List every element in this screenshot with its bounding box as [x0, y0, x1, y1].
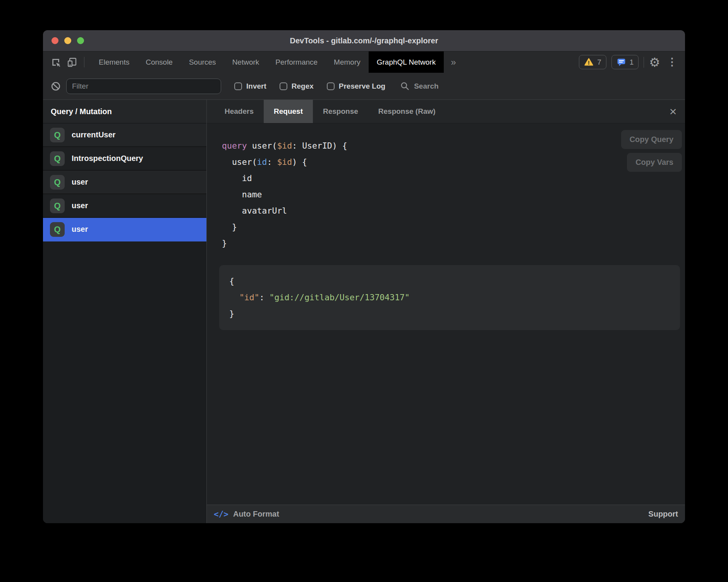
settings-gear-icon[interactable]: ⚙ [649, 56, 660, 68]
query-name-label: user [72, 178, 88, 187]
filter-input[interactable] [66, 79, 221, 94]
window-title: DevTools - gitlab.com/-/graphql-explorer [290, 36, 438, 45]
support-link[interactable]: Support [648, 510, 678, 519]
code-line: } [222, 219, 347, 235]
chevron-double-right-icon: » [451, 57, 456, 68]
code-line: { [229, 273, 670, 289]
desktop-background: DevTools - gitlab.com/-/graphql-explorer [0, 0, 728, 582]
checkbox-label: Regex [292, 82, 314, 91]
query-list: QcurrentUserQIntrospectionQueryQuserQuse… [43, 123, 206, 241]
query-type-badge: Q [50, 175, 65, 190]
inspect-element-icon[interactable] [48, 51, 64, 73]
checkbox-regex[interactable] [280, 82, 287, 90]
detail-tabs: HeadersRequestResponseResponse (Raw) [215, 100, 446, 123]
tab-memory[interactable]: Memory [326, 51, 369, 73]
message-bubble-icon [616, 57, 626, 67]
filter-bar: InvertRegexPreserve Log Search [43, 73, 685, 100]
copy-vars-button[interactable]: Copy Vars [627, 153, 682, 172]
request-detail-panel: HeadersRequestResponseResponse (Raw) × q… [207, 100, 685, 523]
fullscreen-window-button[interactable] [77, 37, 84, 44]
issues-count: 1 [630, 58, 634, 67]
close-window-button[interactable] [52, 37, 58, 44]
issues-badge[interactable]: 1 [611, 55, 639, 69]
window-controls [52, 30, 84, 51]
tab-graphql-network[interactable]: GraphQL Network [369, 51, 444, 73]
minimize-window-button[interactable] [64, 37, 71, 44]
device-toolbar-icon[interactable] [64, 51, 80, 73]
query-name-label: currentUser [72, 130, 115, 139]
checkbox-label: Preserve Log [339, 82, 385, 91]
query-variables-box: { "id": "gid://gitlab/User/13704317"} [219, 265, 680, 330]
search-icon [400, 81, 410, 91]
warning-triangle-icon [584, 57, 594, 67]
copy-query-button[interactable]: Copy Query [621, 130, 682, 149]
query-list-sidebar: Query / Mutation QcurrentUserQIntrospect… [43, 100, 207, 523]
tab-elements[interactable]: Elements [91, 51, 137, 73]
detail-tab-response-raw[interactable]: Response (Raw) [368, 100, 446, 123]
panel-tab-strip: ElementsConsoleSourcesNetworkPerformance… [91, 51, 444, 73]
warnings-count: 7 [597, 58, 601, 67]
checkbox-group-regex[interactable]: Regex [280, 82, 314, 91]
query-list-item-user[interactable]: Quser [43, 171, 206, 194]
detail-tab-response[interactable]: Response [313, 100, 368, 123]
tab-sources[interactable]: Sources [181, 51, 224, 73]
query-type-badge: Q [50, 128, 65, 142]
toolbar-divider [644, 57, 644, 68]
checkbox-invert[interactable] [234, 82, 242, 90]
checkbox-group-invert[interactable]: Invert [234, 82, 266, 91]
filter-checkboxes: InvertRegexPreserve Log [221, 82, 385, 91]
query-list-item-user[interactable]: Quser [43, 194, 206, 218]
content-area: Query / Mutation QcurrentUserQIntrospect… [43, 100, 685, 523]
main-toolbar: ElementsConsoleSourcesNetworkPerformance… [43, 51, 685, 73]
query-list-item-currentuser[interactable]: QcurrentUser [43, 123, 206, 147]
query-variables-code: { "id": "gid://gitlab/User/13704317"} [229, 273, 670, 322]
tab-network[interactable]: Network [224, 51, 268, 73]
warnings-badge[interactable]: 7 [579, 55, 606, 69]
query-type-badge: Q [50, 199, 65, 213]
request-tab-body: query user($id: UserID) { user(id: $id) … [207, 123, 685, 505]
auto-format-button[interactable]: Auto Format [233, 510, 279, 519]
code-line: name [222, 187, 347, 203]
query-type-badge: Q [50, 222, 65, 237]
titlebar: DevTools - gitlab.com/-/graphql-explorer [43, 30, 685, 51]
code-line: avatarUrl [222, 203, 347, 219]
clear-block-icon[interactable] [51, 81, 61, 91]
toolbar-right-controls: 7 1 ⚙ ⋮ [579, 51, 685, 73]
tab-console[interactable]: Console [137, 51, 181, 73]
checkbox-preserve-log[interactable] [327, 82, 335, 90]
query-list-header: Query / Mutation [43, 100, 206, 123]
more-panels-button[interactable]: » [444, 51, 463, 73]
code-line: "id": "gid://gitlab/User/13704317" [229, 289, 670, 306]
query-name-label: user [72, 201, 88, 210]
graphql-query-code: query user($id: UserID) { user(id: $id) … [222, 138, 347, 252]
checkbox-group-preserve-log[interactable]: Preserve Log [327, 82, 385, 91]
query-list-item-introspectionquery[interactable]: QIntrospectionQuery [43, 147, 206, 171]
search-label: Search [414, 82, 438, 91]
checkbox-label: Invert [246, 82, 266, 91]
close-panel-icon[interactable]: × [661, 100, 685, 123]
code-line: id [222, 170, 347, 187]
code-line: } [229, 306, 670, 322]
detail-tab-strip: HeadersRequestResponseResponse (Raw) × [207, 100, 685, 123]
detail-tab-headers[interactable]: Headers [215, 100, 264, 123]
more-options-icon[interactable]: ⋮ [665, 57, 679, 67]
copy-buttons: Copy Query Copy Vars [621, 130, 682, 172]
code-line: } [222, 235, 347, 252]
query-name-label: user [72, 225, 88, 234]
auto-format-icon: </> [214, 510, 228, 519]
code-line: query user($id: UserID) { [222, 138, 347, 154]
query-name-label: IntrospectionQuery [72, 154, 143, 163]
code-line: user(id: $id) { [222, 154, 347, 170]
toolbar-divider [84, 57, 84, 67]
tab-performance[interactable]: Performance [267, 51, 326, 73]
query-list-item-user[interactable]: Quser [43, 218, 206, 241]
search-control[interactable]: Search [400, 81, 438, 91]
devtools-window: DevTools - gitlab.com/-/graphql-explorer [43, 30, 685, 523]
panel-footer: </> Auto Format Support [207, 505, 685, 523]
query-type-badge: Q [50, 151, 65, 166]
detail-tab-request[interactable]: Request [264, 100, 313, 123]
